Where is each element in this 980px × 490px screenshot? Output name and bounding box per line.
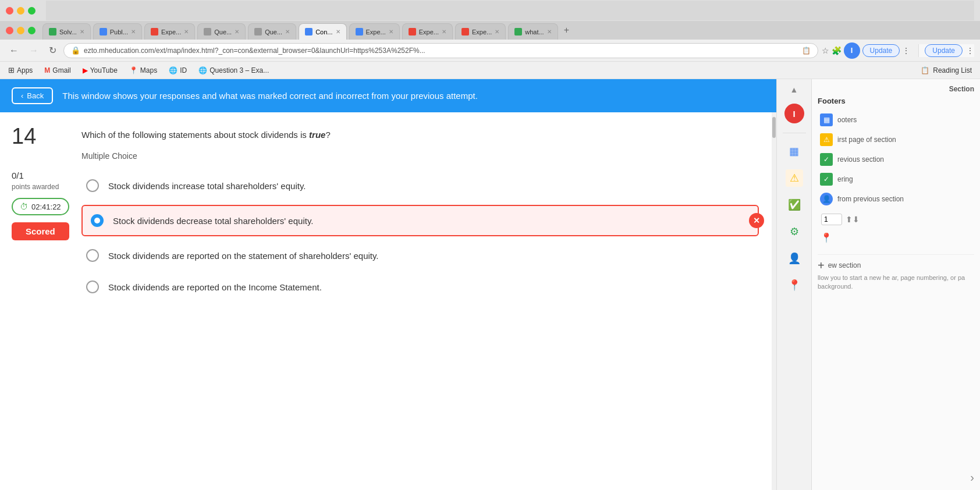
scroll-track[interactable]: [772, 112, 776, 490]
tab-close-icon[interactable]: ✕: [131, 29, 136, 35]
panel-item-previous[interactable]: ✓ revious section: [818, 150, 974, 169]
page-number-input[interactable]: [821, 214, 842, 225]
tab-what[interactable]: what... ✕: [508, 23, 558, 40]
option-1-text: Stock dividends increase total sharehold…: [108, 181, 306, 191]
traffic-lights: [6, 7, 35, 15]
tab-que2[interactable]: Que... ✕: [248, 23, 296, 40]
bookmark-maps[interactable]: 📍 Maps: [127, 65, 159, 76]
tab-close-icon[interactable]: ✕: [442, 29, 446, 35]
exam-panel: ‹ Back This window shows your responses …: [0, 79, 776, 490]
bookmark-id[interactable]: 🌐 ID: [166, 65, 189, 76]
bookmark-star-icon[interactable]: ☆: [822, 46, 829, 55]
new-section-label: ew section: [828, 261, 861, 269]
tab-publ[interactable]: Publ... ✕: [93, 23, 142, 40]
fromprev-icon: 👤: [820, 193, 833, 205]
radio-2[interactable]: [91, 214, 104, 227]
page-spin-icon[interactable]: ⬆⬇: [846, 215, 860, 224]
tab-close-icon[interactable]: ✕: [389, 29, 393, 35]
radio-4[interactable]: [86, 280, 99, 293]
tabs-row: Solv... ✕ Publ... ✕ Expe... ✕ Que... ✕ Q…: [0, 21, 980, 40]
tab-que1[interactable]: Que... ✕: [197, 23, 246, 40]
question-type-label: Multiple Choice: [81, 151, 759, 161]
tab-close-icon[interactable]: ✕: [80, 29, 84, 35]
points-label: points awarded: [12, 183, 69, 191]
panel-item-footers[interactable]: ▦ ooters: [818, 110, 974, 130]
expand-panel-button[interactable]: ›: [970, 471, 974, 484]
bookmark-apps[interactable]: ⊞ Apps: [6, 65, 35, 76]
panel-section-title: Section: [818, 85, 974, 93]
forward-nav-button[interactable]: →: [26, 44, 42, 57]
extensions-icon[interactable]: 🧩: [832, 46, 841, 55]
update-button-2[interactable]: Update: [925, 44, 963, 57]
far-right-panel: Section Footers ▦ ooters ⚠ irst page of …: [811, 79, 980, 490]
add-new-section-btn[interactable]: + ew section: [818, 260, 974, 271]
panel-item-firstpage[interactable]: ⚠ irst page of section: [818, 130, 974, 150]
tab-expe4[interactable]: Expe... ✕: [455, 23, 506, 40]
person-icon[interactable]: 👤: [786, 250, 803, 267]
ering-label: ering: [837, 175, 853, 183]
option-4[interactable]: Stock dividends are reported on the Inco…: [81, 271, 759, 303]
tab-close-icon[interactable]: ✕: [235, 29, 239, 35]
panel-item-fromprev[interactable]: 👤 from previous section: [818, 189, 974, 209]
scroll-up-icon[interactable]: ▲: [790, 85, 798, 94]
timer-button[interactable]: ⏱ 02:41:22: [12, 198, 69, 215]
footers-icon: ▦: [820, 113, 833, 126]
address-bar[interactable]: 🔒 ezto.mheducation.com/ext/map/index.htm…: [63, 43, 818, 58]
radio-1[interactable]: [86, 179, 99, 192]
bookmarks-bar: ⊞ Apps M Gmail ▶ YouTube 📍 Maps 🌐 ID 🌐 Q…: [0, 62, 980, 79]
option-2-text: Stock dividends decrease total sharehold…: [113, 216, 313, 226]
more-options-icon[interactable]: ⋮: [902, 46, 910, 55]
back-button[interactable]: ‹ Back: [12, 87, 53, 104]
bookmark-gmail[interactable]: M Gmail: [42, 65, 73, 76]
maps-pin-icon[interactable]: 📍: [786, 276, 803, 294]
maximize-button[interactable]: [28, 7, 35, 15]
expand-window-btn[interactable]: [28, 27, 35, 34]
panel-item-ering[interactable]: ✓ ering: [818, 169, 974, 189]
grid-icon[interactable]: ▦: [786, 143, 803, 160]
tab-close-icon[interactable]: ✕: [547, 29, 552, 35]
tab-solv[interactable]: Solv... ✕: [42, 23, 91, 40]
section-description: llow you to start a new he ar, page numb…: [818, 274, 974, 292]
close-button[interactable]: [6, 7, 13, 15]
option-1[interactable]: Stock dividends increase total sharehold…: [81, 170, 759, 201]
check-circle-icon[interactable]: ✅: [786, 196, 803, 214]
reload-button[interactable]: ↻: [45, 44, 60, 57]
scroll-thumb: [772, 117, 776, 138]
tab-expe3[interactable]: Expe... ✕: [402, 23, 453, 40]
update-button[interactable]: Update: [862, 44, 900, 57]
tab-close-icon[interactable]: ✕: [285, 29, 290, 35]
warning-icon[interactable]: ⚠: [786, 169, 803, 187]
wrong-indicator[interactable]: ✕: [749, 213, 764, 228]
back-nav-button[interactable]: ←: [6, 44, 22, 57]
radio-3[interactable]: [86, 249, 99, 262]
option-3-text: Stock dividends are reported on the stat…: [108, 251, 379, 261]
question-number: 14: [12, 124, 36, 149]
more-options-icon-2[interactable]: ⋮: [966, 46, 974, 55]
minimize-button[interactable]: [17, 7, 24, 15]
nav-bar: ← → ↻ 🔒 ezto.mheducation.com/ext/map/ind…: [0, 40, 980, 62]
tab-close-icon[interactable]: ✕: [495, 29, 499, 35]
bookmark-question3[interactable]: 🌐 Question 3 – Exa...: [196, 65, 271, 76]
bookmark-youtube[interactable]: ▶ YouTube: [80, 65, 120, 76]
profile-avatar[interactable]: I: [844, 42, 860, 59]
option-3[interactable]: Stock dividends are reported on the stat…: [81, 240, 759, 271]
new-tab-button[interactable]: +: [560, 25, 573, 35]
option-2[interactable]: Stock dividends decrease total sharehold…: [81, 205, 759, 236]
points-value: 0/1: [12, 171, 69, 180]
tab-con[interactable]: Con... ✕: [299, 23, 346, 40]
tab-expe1[interactable]: Expe... ✕: [144, 23, 195, 40]
tabs-bar: [46, 1, 974, 20]
scored-button[interactable]: Scored: [12, 222, 69, 240]
tab-close-icon[interactable]: ✕: [184, 29, 189, 35]
tab-expe2[interactable]: Expe... ✕: [349, 23, 400, 40]
panel-item-maps[interactable]: 📍: [818, 228, 974, 247]
tab-close-active-icon[interactable]: ✕: [336, 29, 340, 35]
reading-list-button[interactable]: 📋 Reading List: [918, 65, 974, 76]
firstpage-icon: ⚠: [820, 133, 833, 146]
minimize-window-btn[interactable]: [17, 27, 24, 34]
settings-icon[interactable]: ⚙: [786, 223, 803, 240]
close-window-btn[interactable]: [6, 27, 13, 34]
timer-icon: ⏱: [20, 202, 28, 211]
question-text: Which of the following statements about …: [81, 130, 759, 140]
user-avatar[interactable]: I: [784, 104, 804, 123]
